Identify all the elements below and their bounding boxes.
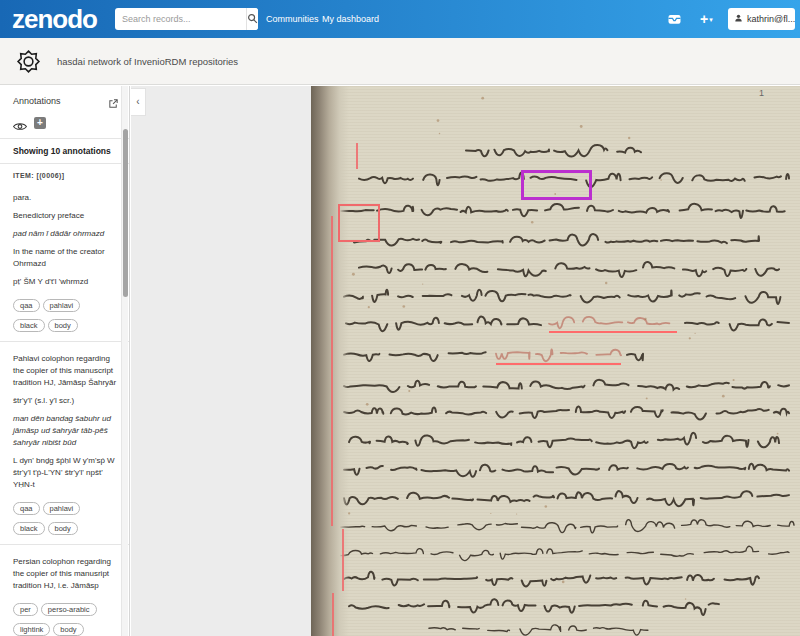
top-navbar: zenodo Communities My dashboard +▾ — [0, 0, 800, 38]
tag-pill[interactable]: qaa — [13, 502, 40, 515]
tag-pill[interactable]: black — [13, 522, 45, 535]
tag-pill[interactable]: perso-arabic — [41, 603, 97, 616]
person-icon — [734, 13, 743, 25]
tag-pill[interactable]: body — [48, 522, 78, 535]
panel-header: Annotations — [0, 86, 129, 106]
annotation-red-line-lower[interactable] — [342, 529, 344, 591]
folio-number: 1 — [759, 88, 764, 98]
annotation-red-line-bottom[interactable] — [332, 593, 334, 636]
eye-icon[interactable] — [13, 118, 27, 129]
main-content: Annotations + Showing 10 annotations ITE… — [0, 86, 800, 636]
annotation-card[interactable]: Persian colophon regarding the copier of… — [0, 545, 129, 636]
annotation-text-line: L dyn' bnḏg šṗḥl W y'm'sṗ W štr'y'l t'ṗ-… — [13, 455, 117, 491]
user-email-label: kathrin@fl... — [747, 14, 795, 24]
collapse-panel-button[interactable]: ‹ — [131, 88, 146, 116]
item-label: ITEM: [(0006)] — [0, 164, 129, 181]
annotation-text-line: štr'y'l' (s.l. y'l scr.) — [13, 395, 117, 407]
annotation-highlight-purple-box[interactable] — [521, 170, 592, 200]
nav-communities[interactable]: Communities — [266, 0, 319, 38]
create-new-button[interactable]: +▾ — [700, 0, 713, 39]
annotations-panel: Annotations + Showing 10 annotations ITE… — [0, 86, 130, 636]
annotation-text-line: Persian colophon regarding the copier of… — [13, 556, 117, 592]
annotation-text-line: pṭ' ŠM Y d't'l 'whrmzd — [13, 276, 117, 288]
showing-count: Showing 10 annotations — [0, 139, 129, 163]
tag-pill[interactable]: body — [53, 623, 83, 636]
annotation-red-line-margin[interactable] — [331, 216, 333, 526]
tag-pill[interactable]: qaa — [13, 299, 40, 312]
annotation-text-line: para. — [13, 192, 117, 204]
search-input[interactable] — [115, 8, 246, 30]
panel-title: Annotations — [13, 96, 61, 106]
annotation-tags: qaapahlaviblackbody — [13, 294, 117, 334]
annotation-red-line-top[interactable] — [356, 143, 358, 169]
search-button[interactable] — [246, 8, 258, 30]
nav-my-dashboard[interactable]: My dashboard — [322, 0, 379, 38]
tag-pill[interactable]: black — [13, 319, 45, 332]
search-box — [115, 8, 258, 30]
scrollbar-thumb[interactable] — [123, 129, 128, 297]
annotation-underline-red-2[interactable] — [496, 363, 621, 365]
annotation-card[interactable]: para.Benedictory prefacepad nām ī dādār … — [0, 181, 129, 341]
annotation-card[interactable]: Pahlavi colophon regarding the copier of… — [0, 342, 129, 544]
annotation-text-line: In the name of the creator Ohrmazd — [13, 246, 117, 270]
add-annotation-button[interactable]: + — [34, 117, 46, 129]
manuscript-writing — [311, 86, 800, 636]
user-account-button[interactable]: kathrin@fl... — [728, 8, 795, 30]
tag-pill[interactable]: per — [13, 603, 38, 616]
annotation-underline-red-1[interactable] — [549, 331, 677, 333]
image-viewer[interactable]: ‹ 1 — [131, 86, 800, 636]
annotation-text-line: Benedictory preface — [13, 210, 117, 222]
zenodo-logo[interactable]: zenodo — [12, 0, 97, 38]
community-header: hasdai network of InvenioRDM repositorie… — [0, 38, 800, 85]
tag-pill[interactable]: body — [48, 319, 78, 332]
community-title[interactable]: hasdai network of InvenioRDM repositorie… — [57, 38, 238, 85]
tag-pill[interactable]: pahlavi — [43, 299, 81, 312]
panel-toolbar: + — [0, 106, 129, 138]
annotation-text-line: man dēn bandag šabuhr ud jāmāsp ud šahry… — [13, 413, 117, 449]
chevron-left-icon: ‹ — [136, 96, 139, 107]
annotation-highlight-red-box[interactable] — [338, 204, 380, 242]
open-in-new-icon[interactable] — [108, 95, 119, 106]
inbox-tray-icon[interactable] — [666, 11, 683, 27]
manuscript-image[interactable]: 1 — [311, 86, 800, 636]
annotation-list: para.Benedictory prefacepad nām ī dādār … — [0, 181, 129, 636]
annotation-text-line: pad nām ī dādār ohrmazd — [13, 228, 117, 240]
annotation-tags: qaapahlaviblackbody — [13, 497, 117, 537]
tag-pill[interactable]: lightink — [13, 623, 50, 636]
hasdai-rosette-icon[interactable] — [16, 49, 41, 74]
annotation-tags: perperso-arabiclightinkbody — [13, 598, 117, 636]
annotation-text-line: Pahlavi colophon regarding the copier of… — [13, 353, 117, 389]
magnifier-icon — [247, 12, 258, 27]
tag-pill[interactable]: pahlavi — [43, 502, 81, 515]
caret-down-icon: ▾ — [709, 16, 713, 23]
panel-scrollbar[interactable] — [121, 86, 128, 636]
